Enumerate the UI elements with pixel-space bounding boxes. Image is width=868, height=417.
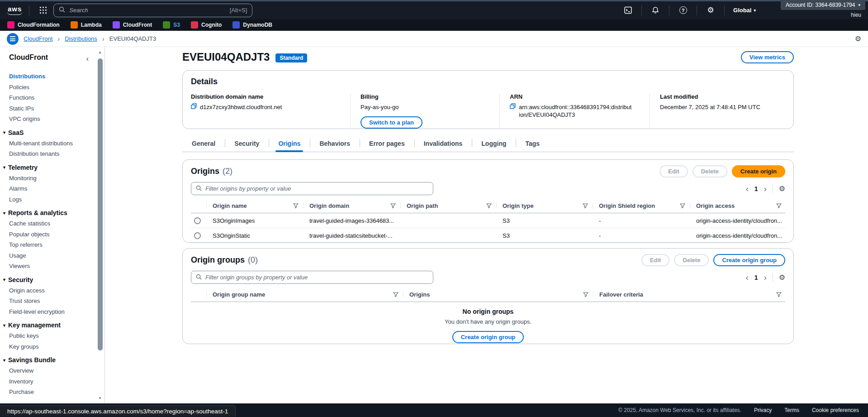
table-preferences-icon[interactable]: ⚙: [779, 185, 785, 192]
delete-origin-button[interactable]: Delete: [693, 165, 727, 177]
sidebar-section-savings-bundle[interactable]: ▾ Savings Bundle: [3, 356, 96, 364]
sidebar-item-alarms[interactable]: Alarms: [9, 183, 96, 194]
scrollbar-thumb[interactable]: [98, 58, 103, 350]
region-selector[interactable]: Global ▾: [730, 7, 759, 14]
sidebar-item-top-referrers[interactable]: Top referrers: [9, 240, 96, 250]
sidebar-item-field-level-encryption[interactable]: Field-level encryption: [9, 307, 96, 317]
copy-icon[interactable]: [191, 103, 197, 111]
settings-gear-icon[interactable]: ⚙: [703, 4, 718, 17]
filter-icon[interactable]: [486, 203, 492, 208]
breadcrumb-cloudfront[interactable]: CloudFront: [24, 35, 52, 42]
sidebar-item-purchase[interactable]: Purchase: [9, 387, 96, 398]
global-search[interactable]: [Alt+S]: [53, 4, 252, 17]
previous-page-icon[interactable]: ‹: [746, 185, 749, 193]
sidebar-item-vpc-origins[interactable]: VPC origins: [9, 114, 96, 125]
delete-origin-group-button[interactable]: Delete: [674, 254, 709, 266]
sidebar-item-key-groups[interactable]: Key groups: [9, 341, 96, 352]
origins-filter[interactable]: [191, 182, 433, 195]
terms-link[interactable]: Terms: [784, 407, 799, 413]
page-number[interactable]: 1: [754, 185, 758, 192]
tab-tags[interactable]: Tags: [516, 135, 549, 152]
favorite-cognito[interactable]: Cognito: [191, 21, 222, 29]
filter-icon[interactable]: [393, 292, 398, 297]
breadcrumb-gear-icon[interactable]: ⚙: [855, 34, 861, 43]
sidebar-item-inventory[interactable]: Inventory: [9, 376, 96, 387]
favorite-cloudformation[interactable]: CloudFormation: [7, 21, 60, 29]
filter-icon[interactable]: [293, 203, 299, 208]
sidebar-item-logs[interactable]: Logs: [9, 194, 96, 205]
tab-origins[interactable]: Origins: [269, 135, 310, 152]
previous-page-icon[interactable]: ‹: [746, 273, 749, 282]
row-radio-button[interactable]: [194, 232, 201, 239]
sidebar-section-key-management[interactable]: ▾ Key management: [3, 321, 96, 329]
scroll-up-arrow-icon[interactable]: ▲: [98, 50, 102, 54]
favorite-cloudfront[interactable]: CloudFront: [113, 21, 152, 29]
sidebar-item-popular-objects[interactable]: Popular objects: [9, 229, 96, 240]
sidebar-item-policies[interactable]: Policies: [9, 82, 96, 93]
sidebar-section-telemetry[interactable]: ▾ Telemetry: [3, 164, 96, 171]
sidebar-item-viewers[interactable]: Viewers: [9, 261, 96, 272]
sidebar-item-public-keys[interactable]: Public keys: [9, 331, 96, 341]
sidebar-item-functions[interactable]: Functions: [9, 92, 96, 103]
tab-logging[interactable]: Logging: [472, 135, 516, 152]
filter-icon[interactable]: [680, 203, 685, 208]
sidebar-section-saas[interactable]: ▾ SaaS: [3, 129, 96, 136]
sidebar-item-distributions[interactable]: Distributions: [9, 71, 96, 82]
sidebar-item-origin-access[interactable]: Origin access: [9, 285, 96, 296]
origins-filter-input[interactable]: [205, 185, 428, 192]
tab-general[interactable]: General: [182, 135, 225, 152]
filter-icon[interactable]: [583, 203, 588, 208]
breadcrumb-distributions[interactable]: Distributions: [65, 35, 97, 42]
page-number[interactable]: 1: [754, 274, 758, 281]
tab-error-pages[interactable]: Error pages: [360, 135, 414, 152]
cell-origin-name: S3OriginStatic: [206, 232, 303, 239]
services-grid-icon[interactable]: [35, 4, 51, 17]
sidebar-section-security[interactable]: ▾ Security: [3, 276, 96, 283]
search-input[interactable]: [69, 7, 225, 14]
filter-icon[interactable]: [776, 203, 782, 208]
empty-create-origin-group-button[interactable]: Create origin group: [452, 331, 524, 343]
aws-logo[interactable]: aws: [6, 5, 23, 15]
sidebar-section-reports-analytics[interactable]: ▾ Reports & analytics: [3, 209, 96, 216]
account-menu[interactable]: Account ID: 3364-6839-1794 ▾: [781, 0, 865, 10]
sidebar-item-static-ips[interactable]: Static IPs: [9, 103, 96, 114]
edit-origin-group-button[interactable]: Edit: [641, 254, 670, 266]
scroll-down-arrow-icon[interactable]: ▼: [98, 396, 102, 400]
tab-behaviors[interactable]: Behaviors: [310, 135, 360, 152]
sidebar-item-monitoring[interactable]: Monitoring: [9, 173, 96, 184]
origin-groups-filter[interactable]: [191, 271, 433, 284]
notifications-bell-icon[interactable]: [648, 4, 663, 17]
sidebar-item-overview[interactable]: Overview: [9, 365, 96, 376]
row-radio-button[interactable]: [194, 217, 201, 224]
cloudshell-icon[interactable]: [620, 4, 636, 17]
view-metrics-button[interactable]: View metrics: [741, 51, 794, 63]
sidebar-item-cache-statistics[interactable]: Cache statistics: [9, 218, 96, 229]
tab-security[interactable]: Security: [225, 135, 269, 152]
favorite-lambda[interactable]: Lambda: [71, 21, 102, 29]
sidebar-item-trust-stores[interactable]: Trust stores: [9, 296, 96, 307]
favorite-dynamodb[interactable]: DynamoDB: [232, 21, 272, 29]
filter-icon[interactable]: [390, 203, 396, 208]
sidebar-item-distribution-tenants[interactable]: Distribution tenants: [9, 149, 96, 159]
sidebar-item-usage[interactable]: Usage: [9, 250, 96, 261]
switch-to-plan-button[interactable]: Switch to a plan: [360, 116, 422, 129]
origins-panel: Origins (2) Edit Delete Create origin ‹ …: [182, 159, 794, 243]
next-page-icon[interactable]: ›: [764, 273, 767, 282]
help-icon[interactable]: ?: [675, 4, 691, 17]
tab-invalidations[interactable]: Invalidations: [414, 135, 472, 152]
cookie-preferences-link[interactable]: Cookie preferences: [812, 407, 859, 413]
table-preferences-icon[interactable]: ⚙: [779, 274, 785, 281]
next-page-icon[interactable]: ›: [764, 185, 767, 193]
origin-groups-filter-input[interactable]: [205, 274, 428, 281]
sidebar-collapse-icon[interactable]: ‹: [86, 55, 89, 63]
edit-origin-button[interactable]: Edit: [659, 165, 688, 177]
favorite-s3[interactable]: S3: [163, 21, 180, 29]
create-origin-group-button[interactable]: Create origin group: [713, 254, 785, 266]
filter-icon[interactable]: [583, 292, 588, 297]
hamburger-menu-icon[interactable]: [7, 33, 19, 45]
filter-icon[interactable]: [776, 292, 782, 297]
copy-icon[interactable]: [510, 103, 516, 111]
sidebar-item-multi-tenant-distributions[interactable]: Multi-tenant distributions: [9, 138, 96, 149]
create-origin-button[interactable]: Create origin: [732, 165, 785, 177]
privacy-link[interactable]: Privacy: [754, 407, 772, 413]
